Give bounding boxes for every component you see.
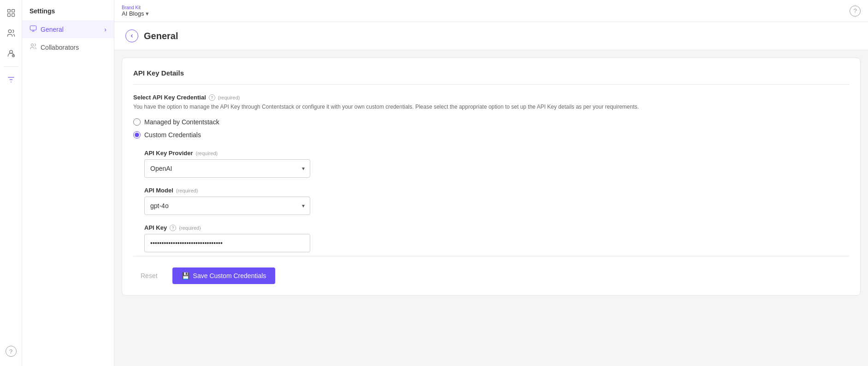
svg-rect-3 xyxy=(12,14,14,17)
credential-label: Select API Key Credential ? (required) xyxy=(133,94,849,101)
page-header: General xyxy=(114,22,868,50)
api-key-section: API Key Details Select API Key Credentia… xyxy=(122,58,861,296)
page-content: General API Key Details Select API Key C… xyxy=(114,22,868,366)
reset-button[interactable]: Reset xyxy=(133,268,165,283)
model-select-wrapper: gpt-4o gpt-4 gpt-3.5-turbo ▾ xyxy=(144,197,310,215)
svg-rect-10 xyxy=(30,26,36,30)
help-icon-bar[interactable]: ? xyxy=(2,342,20,360)
radio-managed-input[interactable] xyxy=(133,118,141,126)
sidebar-item-general-label: General xyxy=(41,26,64,33)
general-icon xyxy=(30,25,37,34)
top-help-icon[interactable]: ? xyxy=(850,6,861,17)
radio-custom[interactable]: Custom Credentials xyxy=(133,131,849,139)
filter-icon-bar[interactable] xyxy=(2,70,20,89)
save-button[interactable]: 💾 Save Custom Credentials xyxy=(172,267,276,284)
collaborators-icon xyxy=(30,43,37,52)
svg-rect-0 xyxy=(7,10,10,12)
back-button[interactable] xyxy=(125,29,138,42)
provider-select[interactable]: OpenAI Anthropic Azure xyxy=(144,159,310,178)
svg-point-4 xyxy=(8,30,12,33)
chevron-right-icon: › xyxy=(104,26,106,33)
main-content: Brand Kit AI Blogs ▾ ? General API Key D… xyxy=(114,0,868,366)
brand-name: AI Blogs ▾ xyxy=(122,10,149,17)
brand-kit-label: Brand Kit xyxy=(122,5,149,10)
svg-point-11 xyxy=(31,44,33,46)
api-key-label: API Key ? (required) xyxy=(144,224,849,231)
provider-field: API Key Provider (required) OpenAI Anthr… xyxy=(144,150,849,178)
icon-bar: ? xyxy=(0,0,22,366)
model-select[interactable]: gpt-4o gpt-4 gpt-3.5-turbo xyxy=(144,197,310,215)
provider-select-wrapper: OpenAI Anthropic Azure ▾ xyxy=(144,159,310,178)
sidebar-item-collaborators-label: Collaborators xyxy=(41,44,79,51)
api-key-help-icon[interactable]: ? xyxy=(170,225,176,231)
provider-label: API Key Provider (required) xyxy=(144,150,849,157)
credential-help-icon[interactable]: ? xyxy=(209,94,215,101)
api-key-input[interactable] xyxy=(144,234,310,252)
custom-credentials-form: API Key Provider (required) OpenAI Anthr… xyxy=(133,150,849,252)
radio-group: Managed by Contentstack Custom Credentia… xyxy=(133,118,849,139)
sidebar-item-general[interactable]: General › xyxy=(22,20,114,38)
model-field: API Model (required) gpt-4o gpt-4 gpt-3.… xyxy=(144,187,849,215)
form-actions: Reset 💾 Save Custom Credentials xyxy=(133,256,849,284)
sidebar: Settings General › Collaborators xyxy=(22,0,114,366)
api-key-field: API Key ? (required) xyxy=(144,224,849,252)
sidebar-item-collaborators[interactable]: Collaborators xyxy=(22,38,114,56)
top-bar: Brand Kit AI Blogs ▾ ? xyxy=(114,0,868,22)
radio-managed-label: Managed by Contentstack xyxy=(144,118,219,126)
radio-custom-label: Custom Credentials xyxy=(144,131,201,139)
radio-custom-input[interactable] xyxy=(133,131,141,139)
save-icon: 💾 xyxy=(182,272,189,279)
credential-description: You have the option to manage the API Ke… xyxy=(133,103,849,111)
svg-rect-1 xyxy=(12,10,14,12)
model-label: API Model (required) xyxy=(144,187,849,194)
brand-kit-icon-bar[interactable] xyxy=(2,4,20,22)
section-title: API Key Details xyxy=(133,69,849,85)
radio-managed[interactable]: Managed by Contentstack xyxy=(133,118,849,126)
svg-rect-2 xyxy=(7,14,10,17)
brand-info: Brand Kit AI Blogs ▾ xyxy=(122,5,149,17)
sidebar-title: Settings xyxy=(22,7,114,20)
help-circle-icon[interactable]: ? xyxy=(6,346,17,357)
user-icon-bar[interactable] xyxy=(2,44,20,63)
dropdown-icon[interactable]: ▾ xyxy=(146,10,149,17)
people-icon-bar[interactable] xyxy=(2,24,20,42)
credential-selector: Select API Key Credential ? (required) Y… xyxy=(133,94,849,139)
page-title: General xyxy=(144,31,178,41)
